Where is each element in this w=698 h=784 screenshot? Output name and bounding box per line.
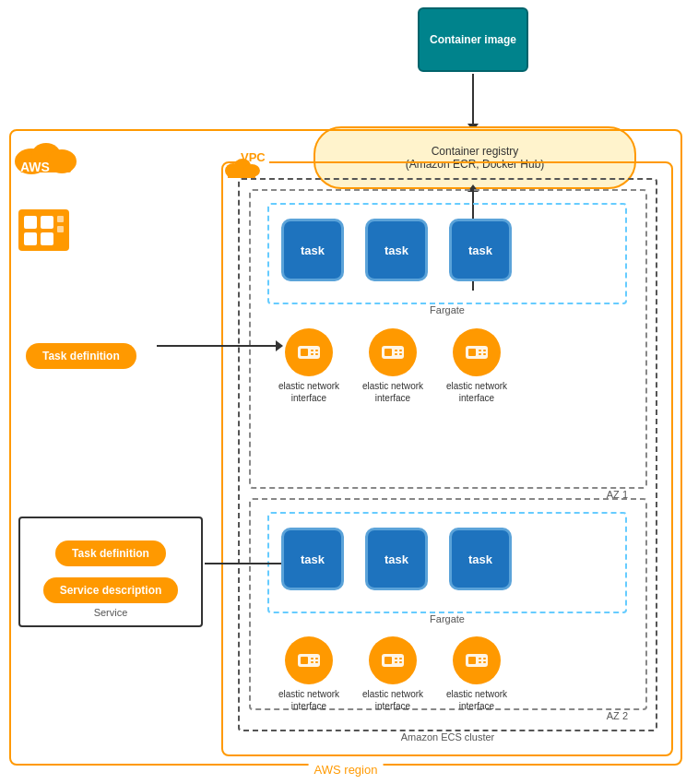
task-box-az1-2: task: [365, 219, 428, 281]
aws-region-label: AWS region: [309, 763, 384, 777]
vpc-cloud-icon: [224, 154, 261, 180]
eni-icon-az2-1: [285, 636, 333, 684]
svg-rect-7: [41, 216, 53, 229]
task-definition-btn[interactable]: Task definition: [26, 343, 136, 369]
arrow-taskdef-to-tasks-az1: [157, 345, 277, 347]
task-label-az2-2: task: [384, 552, 408, 566]
container-image-label: Container image: [430, 33, 516, 46]
svg-rect-27: [399, 353, 402, 355]
aws-cloud-icon: AWS: [11, 132, 80, 178]
task-box-az2-2: task: [365, 528, 428, 590]
ecs-cluster-label: Amazon ECS cluster: [397, 731, 498, 742]
eni-label-az2-2: elastic networkinterface: [360, 688, 426, 712]
diagram: Container image Container registry (Amaz…: [0, 0, 698, 784]
svg-rect-18: [311, 350, 314, 351]
svg-rect-32: [483, 350, 486, 351]
task-definition-standalone: Task definition: [26, 343, 136, 369]
eni-az1-1: elastic networkinterface: [276, 328, 342, 404]
svg-rect-26: [399, 350, 402, 351]
fargate-label-az1: Fargate: [426, 304, 468, 315]
task-label-az1-3: task: [468, 244, 492, 257]
eni-label-az1-1: elastic networkinterface: [276, 380, 342, 404]
svg-rect-42: [395, 658, 397, 659]
az2-label: AZ 2: [603, 710, 632, 721]
svg-rect-47: [468, 657, 476, 664]
svg-rect-38: [315, 658, 318, 659]
task-label-az2-3: task: [468, 552, 492, 566]
svg-rect-25: [395, 353, 397, 355]
svg-rect-6: [24, 216, 37, 229]
task-box-az1-1: task: [281, 219, 344, 281]
eni-az2-1: elastic networkinterface: [276, 636, 342, 712]
svg-rect-33: [483, 353, 486, 355]
arrow-service-to-tasks-az2: [205, 563, 283, 564]
svg-rect-48: [479, 658, 481, 659]
service-box: Task definition Service description Serv…: [18, 517, 203, 627]
svg-rect-10: [57, 216, 64, 222]
service-description-btn[interactable]: Service description: [43, 577, 179, 603]
arrow-container-to-registry: [472, 74, 474, 125]
eni-icon-az1-1: [285, 328, 333, 376]
service-task-definition-btn[interactable]: Task definition: [55, 540, 166, 566]
service-label: Service: [94, 607, 128, 618]
task-box-az2-3: task: [449, 528, 512, 590]
eni-label-az2-1: elastic networkinterface: [276, 688, 342, 712]
svg-rect-43: [395, 661, 397, 663]
svg-rect-49: [479, 661, 481, 663]
eni-az2-2: elastic networkinterface: [360, 636, 426, 712]
svg-rect-23: [384, 349, 392, 356]
task-label-az1-1: task: [301, 244, 325, 257]
svg-rect-8: [24, 232, 37, 245]
svg-rect-29: [468, 349, 476, 356]
svg-text:AWS: AWS: [20, 160, 50, 174]
svg-rect-35: [301, 657, 308, 664]
svg-rect-44: [399, 658, 402, 659]
svg-rect-21: [315, 353, 318, 355]
svg-rect-36: [311, 658, 314, 659]
svg-rect-11: [57, 226, 64, 232]
eni-az1-3: elastic networkinterface: [444, 328, 510, 404]
task-label-az2-1: task: [301, 552, 325, 566]
svg-rect-19: [311, 353, 314, 355]
svg-rect-20: [315, 350, 318, 351]
eni-label-az1-3: elastic networkinterface: [444, 380, 510, 404]
svg-rect-45: [399, 661, 402, 663]
svg-rect-39: [315, 661, 318, 663]
ecs-service-icon: [18, 205, 74, 255]
task-box-az2-1: task: [281, 528, 344, 590]
eni-icon-az2-3: [453, 636, 501, 684]
svg-rect-24: [395, 350, 397, 351]
svg-rect-41: [384, 657, 392, 664]
eni-label-az2-3: elastic networkinterface: [444, 688, 510, 712]
task-label-az1-2: task: [384, 244, 408, 257]
svg-rect-17: [301, 349, 308, 356]
svg-rect-30: [479, 350, 481, 351]
fargate-label-az2: Fargate: [426, 613, 468, 624]
svg-rect-31: [479, 353, 481, 355]
svg-rect-37: [311, 661, 314, 663]
eni-icon-az1-2: [369, 328, 417, 376]
eni-icon-az1-3: [453, 328, 501, 376]
container-image-box: Container image: [418, 7, 528, 72]
eni-label-az1-2: elastic networkinterface: [360, 380, 426, 404]
eni-az2-3: elastic networkinterface: [444, 636, 510, 712]
task-box-az1-3: task: [449, 219, 512, 281]
eni-az1-2: elastic networkinterface: [360, 328, 426, 404]
svg-rect-15: [228, 171, 255, 178]
eni-icon-az2-2: [369, 636, 417, 684]
svg-rect-51: [483, 661, 486, 663]
svg-rect-9: [41, 232, 53, 245]
svg-rect-50: [483, 658, 486, 659]
